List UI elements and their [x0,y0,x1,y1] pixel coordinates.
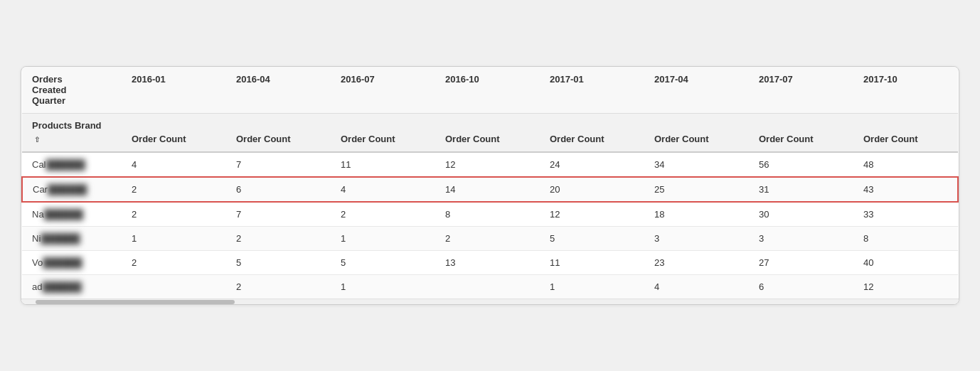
products-brand-label: Products Brand [32,120,102,131]
cell-value: 30 [749,202,853,227]
cell-value: 8 [435,202,540,227]
table-row: Car██████2641420253143 [22,177,958,202]
cell-value: 12 [853,274,958,299]
header-quarter: Orders Created Quarter [22,67,122,114]
cell-value: 20 [540,177,644,202]
table-row: ad██████2114612 [22,274,958,299]
cell-value: 24 [540,152,644,177]
cell-value: 7 [226,152,331,177]
cell-value: 12 [435,152,540,177]
header-2017-01: 2017-01 [540,67,644,114]
header-order-count-7: Order Count [749,114,853,152]
sort-icon: ⇧ [34,135,40,145]
cell-value: 4 [122,152,226,177]
header-row-2: Products Brand ⇧ Order Count Order Count… [22,114,958,152]
cell-value: 31 [749,177,853,202]
cell-brand: Car██████ [22,177,122,202]
cell-brand: Ni██████ [22,226,122,250]
cell-value: 5 [226,250,331,274]
cell-value: 56 [749,152,853,177]
cell-value: 43 [853,177,958,202]
header-2017-07: 2017-07 [749,67,853,114]
scrollbar-thumb[interactable] [36,300,235,304]
header-row-1: Orders Created Quarter 2016-01 2016-04 2… [22,67,958,114]
cell-value: 2 [226,274,331,299]
cell-value [122,274,226,299]
header-order-count-8: Order Count [853,114,958,152]
brand-blur: ██████ [42,281,81,292]
table-row: Vo██████2551311232740 [22,250,958,274]
header-2016-04: 2016-04 [226,67,331,114]
cell-value: 7 [226,202,331,227]
cell-brand: ad██████ [22,274,122,299]
cell-value: 4 [644,274,749,299]
cell-value: 33 [853,202,958,227]
header-order-count-4: Order Count [435,114,540,152]
brand-blur: ██████ [43,257,82,268]
cell-value: 11 [540,250,644,274]
header-2017-10: 2017-10 [853,67,958,114]
cell-value: 27 [749,250,853,274]
cell-brand: Cal██████ [22,152,122,177]
cell-value: 14 [435,177,540,202]
header-order-count-1: Order Count [122,114,226,152]
cell-value: 2 [435,226,540,250]
cell-value: 3 [749,226,853,250]
cell-value: 23 [644,250,749,274]
cell-brand: Vo██████ [22,250,122,274]
cell-value: 3 [644,226,749,250]
cell-value: 2 [226,226,331,250]
header-order-count-6: Order Count [644,114,749,152]
scrollbar-area[interactable] [21,299,959,304]
table-row: Ni██████12125338 [22,226,958,250]
cell-value: 12 [540,202,644,227]
brand-blur: ██████ [48,184,87,195]
header-2016-01: 2016-01 [122,67,226,114]
cell-value: 18 [644,202,749,227]
cell-value: 5 [540,226,644,250]
brand-blur: ██████ [46,159,85,170]
cell-value: 1 [122,226,226,250]
cell-value [435,274,540,299]
table-row: Cal██████47111224345648 [22,152,958,177]
header-2017-04: 2017-04 [644,67,749,114]
cell-value: 48 [853,152,958,177]
cell-value: 2 [122,202,226,227]
cell-value: 1 [331,226,435,250]
cell-value: 8 [853,226,958,250]
cell-value: 34 [644,152,749,177]
cell-value: 13 [435,250,540,274]
cell-value: 25 [644,177,749,202]
cell-value: 1 [331,274,435,299]
header-products-brand[interactable]: Products Brand ⇧ [22,114,122,152]
table-row: Na██████272812183033 [22,202,958,227]
cell-value: 4 [331,177,435,202]
cell-value: 6 [226,177,331,202]
brand-blur: ██████ [41,233,80,244]
cell-value: 11 [331,152,435,177]
data-table: Orders Created Quarter 2016-01 2016-04 2… [21,66,959,304]
header-order-count-5: Order Count [540,114,644,152]
cell-value: 1 [540,274,644,299]
header-2016-10: 2016-10 [435,67,540,114]
header-2016-07: 2016-07 [331,67,435,114]
header-order-count-3: Order Count [331,114,435,152]
cell-value: 2 [122,177,226,202]
cell-value: 5 [331,250,435,274]
cell-brand: Na██████ [22,202,122,227]
cell-value: 2 [331,202,435,227]
cell-value: 6 [749,274,853,299]
header-order-count-2: Order Count [226,114,331,152]
brand-blur: ██████ [44,209,83,220]
cell-value: 2 [122,250,226,274]
cell-value: 40 [853,250,958,274]
